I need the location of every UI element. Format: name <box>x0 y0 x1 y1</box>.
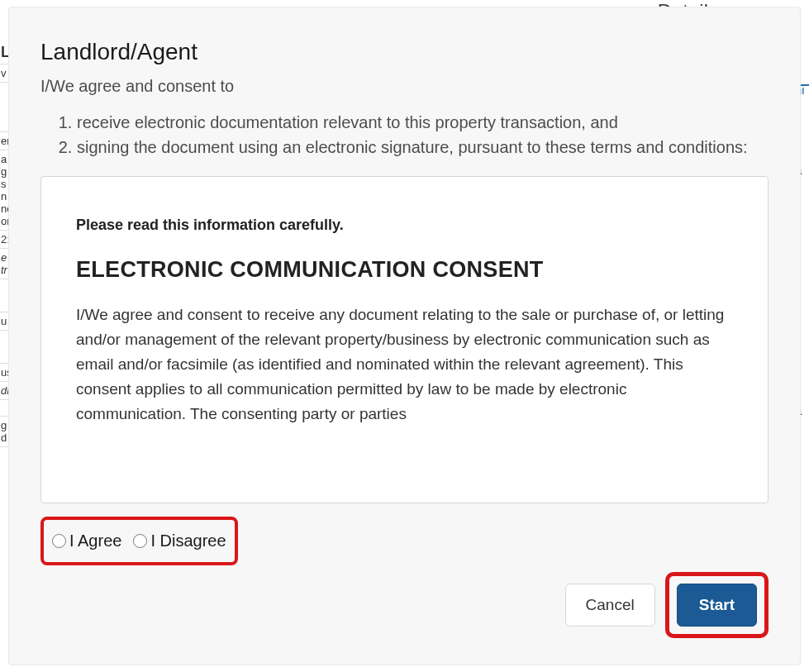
agree-label[interactable]: I Agree <box>52 531 121 550</box>
disagree-radio[interactable] <box>133 534 147 548</box>
terms-intro: Please read this information carefully. <box>76 217 733 234</box>
terms-heading: ELECTRONIC COMMUNICATION CONSENT <box>76 257 733 283</box>
agree-text: I Agree <box>69 531 121 550</box>
modal-footer: Cancel Start <box>40 572 769 638</box>
consent-list: receive electronic documentation relevan… <box>40 111 769 160</box>
disagree-text: I Disagree <box>150 531 226 550</box>
modal-subtitle: I/We agree and consent to <box>40 77 769 96</box>
disagree-label[interactable]: I Disagree <box>133 531 226 550</box>
terms-body: I/We agree and consent to receive any do… <box>76 303 733 427</box>
consent-modal: Landlord/Agent I/We agree and consent to… <box>8 7 801 665</box>
terms-scroll-box[interactable]: Please read this information carefully. … <box>40 176 769 503</box>
consent-list-item: signing the document using an electronic… <box>77 136 769 160</box>
consent-radio-group: I Agree I Disagree <box>40 517 238 565</box>
modal-title: Landlord/Agent <box>40 39 769 65</box>
start-highlight: Start <box>665 572 769 638</box>
consent-list-item: receive electronic documentation relevan… <box>77 111 769 136</box>
start-button[interactable]: Start <box>677 584 757 627</box>
agree-radio[interactable] <box>52 534 66 548</box>
cancel-button[interactable]: Cancel <box>565 584 655 627</box>
